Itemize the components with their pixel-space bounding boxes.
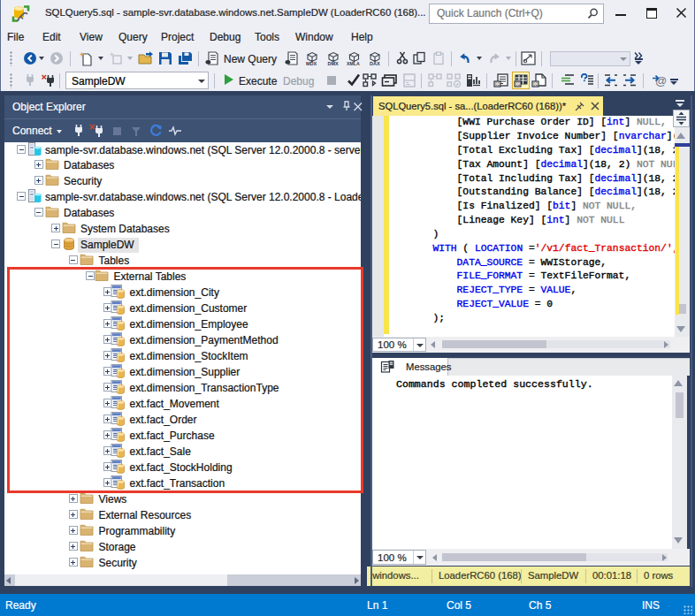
svg-text:DMX: DMX [328,61,340,66]
svg-text:01: 01 [495,81,500,87]
svg-text:01: 01 [516,81,521,87]
svg-text:DAX: DAX [370,61,380,66]
svg-text:XMLA: XMLA [347,61,360,66]
svg-text:01: 01 [533,81,538,87]
svg-text:MDX: MDX [306,61,317,66]
